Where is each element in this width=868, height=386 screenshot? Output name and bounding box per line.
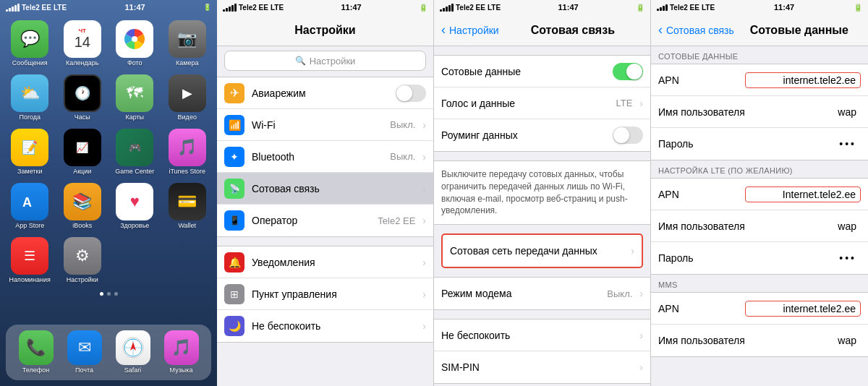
cellular-label: Сотовая связь <box>252 183 415 194</box>
wifi-chevron: › <box>422 119 426 131</box>
app-notes[interactable]: 📝 Заметки <box>7 129 53 176</box>
cellular-title: Сотовая связь <box>503 24 643 37</box>
status-left-apn: Tele2 EE LTE <box>657 4 715 12</box>
notes-icon: 📝 <box>11 129 48 166</box>
toggle-knob-roaming <box>613 127 629 143</box>
wallet-icon: 💳 <box>169 183 206 220</box>
status-carrier: Tele2 EE LTE <box>6 4 67 12</box>
reminders-label: Напоминания <box>9 277 51 284</box>
status-bar: Tele2 EE LTE 11:47 🔋 <box>0 0 217 14</box>
search-bar[interactable]: 🔍 Настройки <box>224 51 426 71</box>
mms-apn-value[interactable]: internet.tele2.ee <box>745 301 861 317</box>
gamecenter-label: Game Center <box>115 168 154 176</box>
app-weather[interactable]: ⛅ Погода <box>7 74 53 121</box>
ibooks-icon: 📚 <box>64 183 101 220</box>
signal-apn <box>657 4 668 11</box>
cellular-user-row[interactable]: Имя пользователя wap <box>651 96 868 128</box>
modem-row[interactable]: Режим модема Выкл. › <box>434 278 650 309</box>
back-label-cellular[interactable]: Настройки <box>449 25 499 36</box>
status-carrier-settings: Tele2 EE LTE <box>223 4 284 12</box>
settings-row-donotdisturb[interactable]: 🌙 Не беспокоить › <box>217 310 433 342</box>
settings-row-controlcenter[interactable]: ⊞ Пункт управления › <box>217 278 433 310</box>
settings-row-bluetooth[interactable]: ✦ Bluetooth Выкл. › <box>217 141 433 173</box>
wifi-icon: 📶 <box>224 115 244 135</box>
app-photos[interactable]: Фото <box>112 20 158 67</box>
camera-icon: 📷 <box>169 20 206 58</box>
lte-apn-value[interactable]: Internet.tele2.ee <box>745 186 861 202</box>
app-stocks[interactable]: 📈 Акции <box>60 129 106 176</box>
back-label-apn[interactable]: Сотовая связь <box>666 25 734 36</box>
settings-group-top: ✈ Авиарежим 📶 Wi-Fi Выкл. › ✦ Bluetooth … <box>217 77 433 237</box>
lte-pass-value: ••• <box>745 251 861 265</box>
gamecenter-icon: 🎮 <box>116 129 153 166</box>
app-messages[interactable]: 💬 Сообщения <box>7 20 53 67</box>
network-section-row[interactable]: Сотовая сеть передачи данных › <box>441 233 643 268</box>
itunes-icon: 🎵 <box>169 129 206 166</box>
settings-row-operator[interactable]: 📱 Оператор Tele2 EE › <box>217 205 433 236</box>
donotdisturb-row2[interactable]: Не беспокоить › <box>434 319 650 351</box>
calendar-label: Календарь <box>66 60 98 67</box>
cellular-data-toggle[interactable] <box>613 63 643 80</box>
app-reminders[interactable]: ☰ Напоминания <box>7 237 53 284</box>
simpin-row[interactable]: SIM-PIN › <box>434 351 650 383</box>
lte-user-value: wap <box>745 219 861 233</box>
app-maps[interactable]: 🗺 Карты <box>112 74 158 121</box>
cellular-apn-group: APN internet.tele2.ee Имя пользователя w… <box>651 64 868 160</box>
app-itunes[interactable]: 🎵 iTunes Store <box>165 129 210 176</box>
app-clock[interactable]: 🕐 Часы <box>60 74 106 121</box>
donotdisturb-chevron: › <box>422 320 426 332</box>
app-wallet[interactable]: 💳 Wallet <box>165 183 210 230</box>
cellular-info: Выключите передачу сотовых данных, чтобы… <box>434 160 650 225</box>
app-gamecenter[interactable]: 🎮 Game Center <box>112 129 158 176</box>
settings-nav-header: Настройки <box>217 14 433 46</box>
dock-music[interactable]: 🎵 Музыка <box>164 330 199 374</box>
dock-phone[interactable]: 📞 Телефон <box>19 330 54 374</box>
dock-safari[interactable]: Safari <box>116 330 150 374</box>
operator-icon: 📱 <box>224 210 244 231</box>
mms-apn-row[interactable]: APN internet.tele2.ee <box>651 293 868 325</box>
status-battery: 🔋 <box>203 4 211 11</box>
mms-user-row[interactable]: Имя пользователя wap <box>651 325 868 356</box>
page-dot-3 <box>114 292 118 296</box>
settings-row-cellular[interactable]: 📡 Сотовая связь › <box>217 173 433 205</box>
settings-label: Настройки <box>67 277 98 284</box>
cellular-data-row[interactable]: Сотовые данные <box>434 56 650 87</box>
settings-row-airplane[interactable]: ✈ Авиарежим <box>217 77 433 109</box>
app-health[interactable]: ♥ Здоровье <box>112 183 158 230</box>
settings-row-notifications[interactable]: 🔔 Уведомления › <box>217 246 433 278</box>
dock-mail[interactable]: ✉ Почта <box>67 330 102 374</box>
operator-chevron: › <box>422 215 426 226</box>
video-icon: ▶ <box>169 74 206 112</box>
music-label: Музыка <box>170 367 193 374</box>
app-video[interactable]: ▶ Видео <box>165 74 210 121</box>
time-cellular: 11:47 <box>558 3 578 12</box>
data-roaming-toggle[interactable] <box>613 126 643 144</box>
bluetooth-icon: ✦ <box>224 147 244 167</box>
lte-user-row[interactable]: Имя пользователя wap <box>651 210 868 242</box>
apn-title: Сотовые данные <box>738 24 861 37</box>
voice-data-row[interactable]: Голос и данные LTE › <box>434 87 650 119</box>
camera-label: Камера <box>176 60 198 67</box>
mms-apn-key: APN <box>658 303 745 314</box>
settings-group-bottom: 🔔 Уведомления › ⊞ Пункт управления › 🌙 Н… <box>217 246 433 343</box>
signal-icon-settings <box>223 4 237 12</box>
cellular-nav: ‹ Настройки Сотовая связь <box>434 14 650 46</box>
data-roaming-row[interactable]: Роуминг данных <box>434 119 650 151</box>
airplane-toggle[interactable] <box>396 85 426 102</box>
cellular-pass-row[interactable]: Пароль ••• <box>651 128 868 160</box>
app-settings[interactable]: ⚙ Настройки <box>60 237 106 284</box>
lte-apn-row[interactable]: APN Internet.tele2.ee <box>651 179 868 210</box>
cellular-data-label: Сотовые данные <box>441 66 605 77</box>
lte-pass-row[interactable]: Пароль ••• <box>651 242 868 274</box>
app-camera[interactable]: 📷 Камера <box>165 20 210 67</box>
wifi-value: Выкл. <box>390 119 415 130</box>
cellular-apn-value[interactable]: internet.tele2.ee <box>745 72 861 88</box>
controlcenter-icon: ⊞ <box>224 284 244 304</box>
cellular-apn-row[interactable]: APN internet.tele2.ee <box>651 64 868 96</box>
app-calendar[interactable]: ЧТ 14 Календарь <box>60 20 106 67</box>
settings-row-wifi[interactable]: 📶 Wi-Fi Выкл. › <box>217 109 433 141</box>
app-ibooks[interactable]: 📚 iBooks <box>60 183 106 230</box>
cellular-panel: Tele2 EE LTE 11:47 🔋 ‹ Настройки Сотовая… <box>434 0 651 386</box>
app-appstore[interactable]: A App Store <box>7 183 53 230</box>
calendar-icon: ЧТ 14 <box>64 20 101 58</box>
